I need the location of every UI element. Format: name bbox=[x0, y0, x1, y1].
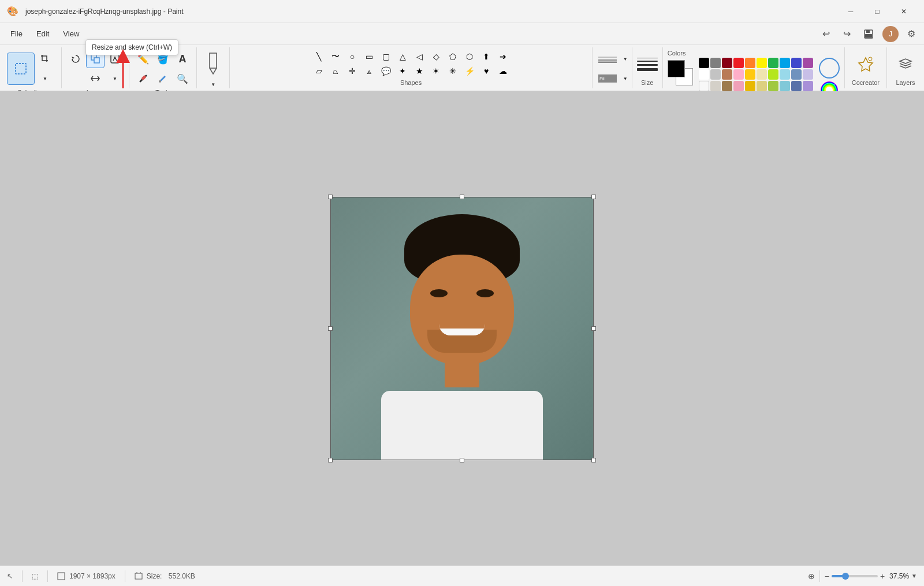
oval-shape[interactable]: ○ bbox=[344, 50, 360, 64]
star4-shape[interactable]: ✦ bbox=[394, 64, 411, 78]
color-brown[interactable] bbox=[722, 69, 732, 80]
color-indigo[interactable] bbox=[791, 58, 802, 68]
minimize-button[interactable]: ─ bbox=[837, 0, 864, 23]
color-black[interactable] bbox=[699, 58, 709, 68]
eraser-button[interactable] bbox=[134, 69, 152, 88]
color-yellow[interactable] bbox=[757, 58, 767, 68]
custom-shape[interactable]: ☁ bbox=[495, 64, 511, 78]
image-dropdown[interactable]: ▼ bbox=[106, 69, 124, 88]
triangle-shape[interactable]: △ bbox=[394, 50, 411, 64]
target-icon[interactable]: ⊕ bbox=[808, 572, 815, 581]
color-cream[interactable] bbox=[757, 69, 767, 80]
handle-bottom-center[interactable] bbox=[460, 458, 464, 462]
curve-shape[interactable]: 〜 bbox=[327, 50, 344, 64]
color-gold[interactable] bbox=[745, 69, 755, 80]
color-purple[interactable] bbox=[803, 58, 813, 68]
select-dropdown[interactable]: ▼ bbox=[36, 69, 54, 88]
handle-bottom-right[interactable] bbox=[591, 458, 596, 462]
handle-top-right[interactable] bbox=[591, 195, 596, 199]
line-shape[interactable]: ╲ bbox=[311, 50, 327, 64]
arrow4-shape[interactable]: ⟁ bbox=[361, 64, 377, 78]
color-lavender[interactable] bbox=[803, 69, 813, 80]
size-line-4[interactable] bbox=[637, 68, 658, 71]
canvas-area[interactable] bbox=[0, 91, 924, 565]
color-pink[interactable] bbox=[733, 69, 744, 80]
color-row3-10[interactable] bbox=[803, 81, 813, 91]
fill-dropdown[interactable]: Fill bbox=[595, 69, 620, 88]
color-lightgray[interactable] bbox=[710, 69, 721, 80]
rtriangle-shape[interactable]: ◁ bbox=[411, 50, 427, 64]
fill-arrow[interactable]: ▼ bbox=[621, 69, 629, 88]
color-lightblue[interactable] bbox=[780, 69, 790, 80]
hexagon-shape[interactable]: ⬡ bbox=[461, 50, 478, 64]
color-row3-2[interactable] bbox=[710, 81, 721, 91]
colorpicker-button[interactable] bbox=[154, 69, 172, 88]
callout-shape[interactable]: 💬 bbox=[378, 64, 394, 78]
zoom-slider-thumb[interactable] bbox=[842, 573, 849, 580]
diamond-shape[interactable]: ◇ bbox=[428, 50, 444, 64]
crop-button[interactable] bbox=[36, 50, 54, 68]
rect-shape[interactable]: ▭ bbox=[361, 50, 377, 64]
cocreator-button[interactable] bbox=[854, 50, 877, 77]
flip-button[interactable] bbox=[86, 69, 105, 88]
size-line-3[interactable] bbox=[637, 64, 658, 66]
color-lime[interactable] bbox=[768, 69, 778, 80]
handle-top-center[interactable] bbox=[460, 195, 464, 199]
undo-button[interactable]: ↩ bbox=[818, 26, 834, 42]
star8-shape[interactable]: ✳ bbox=[445, 64, 461, 78]
color-row3-6[interactable] bbox=[757, 81, 767, 91]
handle-middle-left[interactable] bbox=[328, 326, 333, 331]
zoom-out-button[interactable]: − bbox=[825, 572, 829, 581]
foreground-color[interactable] bbox=[668, 60, 685, 77]
handle-bottom-left[interactable] bbox=[328, 458, 333, 462]
outline-arrow[interactable]: ▼ bbox=[621, 50, 629, 68]
zoom-slider[interactable] bbox=[832, 575, 878, 577]
maximize-button[interactable]: □ bbox=[864, 0, 891, 23]
parallelogram-shape[interactable]: ▱ bbox=[311, 64, 327, 78]
layers-button[interactable] bbox=[894, 50, 917, 77]
heart-shape[interactable]: ♥ bbox=[478, 64, 494, 78]
brushes-dropdown[interactable]: ▼ bbox=[204, 80, 222, 89]
color-orange[interactable] bbox=[745, 58, 755, 68]
color-row3-5[interactable] bbox=[745, 81, 755, 91]
size-line-2[interactable] bbox=[637, 61, 658, 62]
rectangular-select-button[interactable] bbox=[7, 53, 35, 85]
color-row3-9[interactable] bbox=[791, 81, 802, 91]
magnify-button[interactable]: 🔍 bbox=[173, 69, 192, 88]
edit-menu[interactable]: Edit bbox=[31, 27, 55, 40]
zoom-in-button[interactable]: + bbox=[880, 572, 885, 581]
cross-shape[interactable]: ✛ bbox=[344, 64, 360, 78]
color-steelblue[interactable] bbox=[791, 69, 802, 80]
file-menu[interactable]: File bbox=[5, 27, 28, 40]
rotate-button[interactable] bbox=[66, 50, 85, 68]
view-menu[interactable]: View bbox=[57, 27, 85, 40]
arrow-right-shape[interactable]: ➔ bbox=[495, 50, 511, 64]
size-line-1[interactable] bbox=[637, 58, 658, 58]
lightning-shape[interactable]: ⚡ bbox=[461, 64, 478, 78]
handle-top-left[interactable] bbox=[328, 195, 333, 199]
color-white[interactable] bbox=[699, 69, 709, 80]
outline-dropdown[interactable] bbox=[595, 50, 620, 68]
active-color-circle[interactable] bbox=[819, 58, 840, 79]
color-blue[interactable] bbox=[780, 58, 790, 68]
profile-button[interactable]: J bbox=[882, 26, 899, 42]
color-row3-8[interactable] bbox=[780, 81, 790, 91]
arrow-up-shape[interactable]: ⬆ bbox=[478, 50, 494, 64]
close-button[interactable]: ✕ bbox=[891, 0, 917, 23]
star6-shape[interactable]: ✶ bbox=[428, 64, 444, 78]
color-darkred[interactable] bbox=[722, 58, 732, 68]
zoom-dropdown[interactable]: ▼ bbox=[911, 573, 917, 579]
color-green[interactable] bbox=[768, 58, 778, 68]
color-row3-7[interactable] bbox=[768, 81, 778, 91]
color-red[interactable] bbox=[733, 58, 744, 68]
redo-button[interactable]: ↪ bbox=[839, 26, 855, 42]
color-row3-4[interactable] bbox=[733, 81, 744, 91]
save-button[interactable] bbox=[859, 25, 878, 43]
brush-icon[interactable] bbox=[202, 50, 225, 77]
pentagon-shape[interactable]: ⬠ bbox=[445, 50, 461, 64]
color-gray[interactable] bbox=[710, 58, 721, 68]
handle-middle-right[interactable] bbox=[591, 326, 596, 331]
trapezoid-shape[interactable]: ⏢ bbox=[327, 64, 344, 78]
roundrect-shape[interactable]: ▢ bbox=[378, 50, 394, 64]
color-row3-1[interactable] bbox=[699, 81, 709, 91]
